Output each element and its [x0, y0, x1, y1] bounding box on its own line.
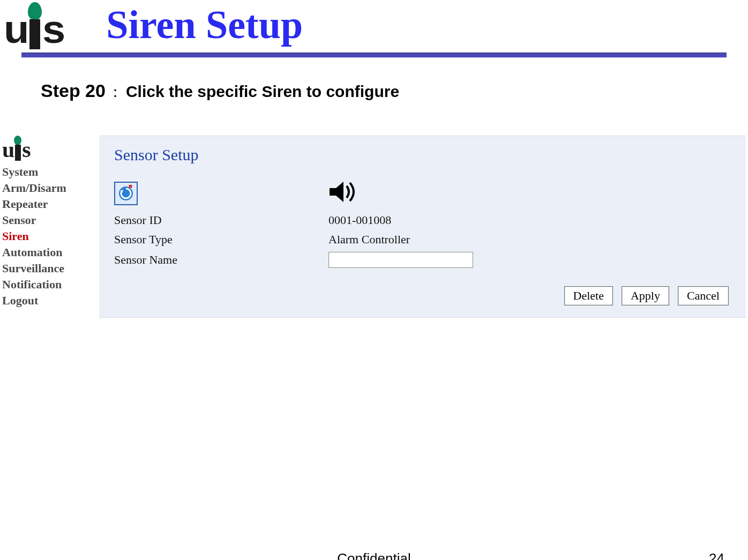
- footer-page-number: 24: [709, 550, 724, 560]
- step-line: Step 20：Click the specific Siren to conf…: [41, 80, 748, 102]
- app-screenshot: u s System Arm/Disarm Repeater Sensor Si…: [0, 136, 748, 318]
- sensor-form: Sensor ID 0001-001008 Sensor Type Alarm …: [114, 179, 731, 268]
- footer-confidential: Confidential: [337, 550, 410, 560]
- sensor-type-label: Sensor Type: [114, 233, 328, 247]
- panel-title: Sensor Setup: [114, 146, 731, 164]
- step-label: Step 20: [41, 80, 106, 101]
- slide-title: Siren Setup: [106, 2, 303, 48]
- divider: [0, 53, 748, 58]
- speaker-icon-cell: [328, 179, 731, 208]
- speaker-icon: [328, 181, 356, 206]
- refresh-icon-cell: [114, 179, 328, 208]
- delete-button[interactable]: Delete: [564, 286, 613, 305]
- sidebar-item-notification[interactable]: Notification: [2, 278, 99, 292]
- sidebar-item-repeater[interactable]: Repeater: [2, 197, 99, 211]
- sensor-name-input[interactable]: [328, 252, 473, 268]
- sidebar-item-siren[interactable]: Siren: [2, 229, 99, 243]
- sensor-name-label: Sensor Name: [114, 253, 328, 267]
- slide-header: u s Siren Setup: [0, 0, 748, 49]
- step-description: Click the specific Siren to configure: [126, 83, 399, 100]
- sidebar-item-arm-disarm[interactable]: Arm/Disarm: [2, 181, 99, 195]
- button-row: Delete Apply Cancel: [114, 286, 731, 305]
- logo-large: u s: [4, 0, 63, 49]
- app-main-panel: Sensor Setup: [99, 136, 746, 318]
- logo-small: u s: [2, 136, 99, 161]
- refresh-icon[interactable]: [114, 182, 138, 205]
- sidebar-item-logout[interactable]: Logout: [2, 294, 99, 308]
- sidebar-item-automation[interactable]: Automation: [2, 245, 99, 259]
- cancel-button[interactable]: Cancel: [678, 286, 729, 305]
- sensor-id-label: Sensor ID: [114, 213, 328, 227]
- sidebar-item-surveillance[interactable]: Surveillance: [2, 262, 99, 275]
- sidebar-item-system[interactable]: System: [2, 165, 99, 179]
- sensor-type-value: Alarm Controller: [328, 233, 731, 247]
- apply-button[interactable]: Apply: [622, 286, 669, 305]
- svg-marker-4: [330, 182, 343, 202]
- sidebar-item-sensor[interactable]: Sensor: [2, 213, 99, 227]
- step-colon: ：: [108, 84, 123, 100]
- app-sidebar: u s System Arm/Disarm Repeater Sensor Si…: [0, 136, 99, 318]
- sensor-id-value: 0001-001008: [328, 213, 731, 227]
